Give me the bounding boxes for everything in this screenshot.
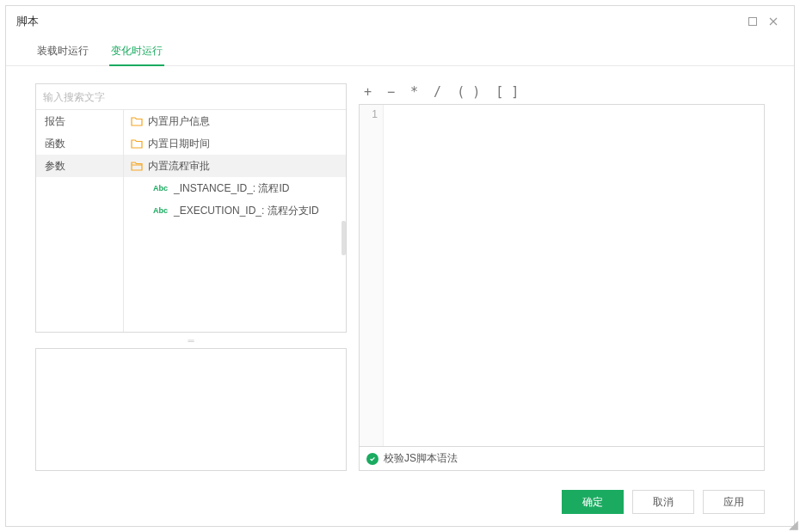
tab-onchange[interactable]: 变化时运行 bbox=[109, 37, 164, 66]
tree-var-instance-id[interactable]: Abc _INSTANCE_ID_: 流程ID bbox=[124, 177, 346, 199]
code-area[interactable] bbox=[384, 105, 764, 446]
line-gutter: 1 bbox=[360, 105, 384, 446]
scrollbar[interactable] bbox=[342, 221, 346, 255]
string-type-icon: Abc bbox=[153, 206, 169, 215]
cancel-button[interactable]: 取消 bbox=[632, 490, 694, 514]
browser-panel: 报告 函数 参数 内置用户信息 内置日期时间 bbox=[35, 83, 347, 333]
category-report[interactable]: 报告 bbox=[36, 110, 123, 132]
op-divide[interactable]: / bbox=[434, 84, 441, 100]
operator-toolbar: + − * / ( ) [ ] bbox=[359, 83, 765, 104]
tree-label: 内置日期时间 bbox=[148, 137, 210, 151]
dialog-title: 脚本 bbox=[16, 14, 39, 29]
titlebar: 脚本 bbox=[6, 6, 794, 37]
splitter-handle[interactable]: ═ bbox=[35, 338, 347, 343]
search-input[interactable] bbox=[43, 91, 339, 103]
close-icon[interactable] bbox=[763, 11, 784, 32]
category-param[interactable]: 参数 bbox=[36, 155, 123, 177]
ok-button[interactable]: 确定 bbox=[562, 490, 624, 514]
folder-icon bbox=[131, 138, 143, 149]
code-editor[interactable]: 1 bbox=[359, 104, 765, 447]
tree-label: _INSTANCE_ID_: 流程ID bbox=[174, 181, 289, 196]
left-column: 报告 函数 参数 内置用户信息 内置日期时间 bbox=[35, 83, 347, 471]
op-brackets[interactable]: [ ] bbox=[495, 84, 519, 100]
tab-onload[interactable]: 装载时运行 bbox=[35, 37, 90, 66]
folder-icon bbox=[131, 116, 143, 126]
tree-folder-userinfo[interactable]: 内置用户信息 bbox=[124, 110, 346, 132]
category-list: 报告 函数 参数 bbox=[36, 110, 124, 332]
string-type-icon: Abc bbox=[153, 184, 169, 193]
script-dialog: 脚本 装载时运行 变化时运行 报告 函数 参数 bbox=[5, 5, 795, 527]
check-icon bbox=[366, 453, 378, 465]
search-box bbox=[36, 84, 346, 110]
resize-grip-icon[interactable]: ◢ bbox=[789, 518, 798, 530]
category-function[interactable]: 函数 bbox=[36, 132, 123, 155]
svg-rect-0 bbox=[749, 18, 757, 26]
tree-folder-datetime[interactable]: 内置日期时间 bbox=[124, 132, 346, 155]
tree-label: 内置用户信息 bbox=[148, 114, 210, 129]
apply-button[interactable]: 应用 bbox=[703, 490, 765, 514]
tree: 内置用户信息 内置日期时间 内置流程审批 Abc _INSTANCE_I bbox=[124, 110, 346, 332]
tree-label: _EXECUTION_ID_: 流程分支ID bbox=[174, 204, 319, 218]
op-minus[interactable]: − bbox=[387, 84, 395, 100]
op-multiply[interactable]: * bbox=[410, 84, 418, 100]
content-area: 报告 函数 参数 内置用户信息 内置日期时间 bbox=[6, 66, 794, 478]
tree-label: 内置流程审批 bbox=[148, 159, 210, 174]
tabs: 装载时运行 变化时运行 bbox=[6, 37, 794, 66]
tree-folder-workflow[interactable]: 内置流程审批 bbox=[124, 155, 346, 177]
op-plus[interactable]: + bbox=[364, 84, 372, 100]
footer: 确定 取消 应用 bbox=[6, 478, 794, 526]
tree-var-execution-id[interactable]: Abc _EXECUTION_ID_: 流程分支ID bbox=[124, 199, 346, 222]
line-number: 1 bbox=[360, 108, 378, 120]
description-panel bbox=[35, 348, 347, 471]
right-column: + − * / ( ) [ ] 1 校验JS脚本语法 bbox=[359, 83, 765, 471]
browser: 报告 函数 参数 内置用户信息 内置日期时间 bbox=[36, 110, 346, 332]
maximize-icon[interactable] bbox=[742, 11, 763, 32]
folder-open-icon bbox=[131, 161, 143, 171]
validate-bar[interactable]: 校验JS脚本语法 bbox=[359, 447, 765, 471]
op-parens[interactable]: ( ) bbox=[457, 84, 480, 100]
validate-label: 校验JS脚本语法 bbox=[384, 451, 458, 466]
